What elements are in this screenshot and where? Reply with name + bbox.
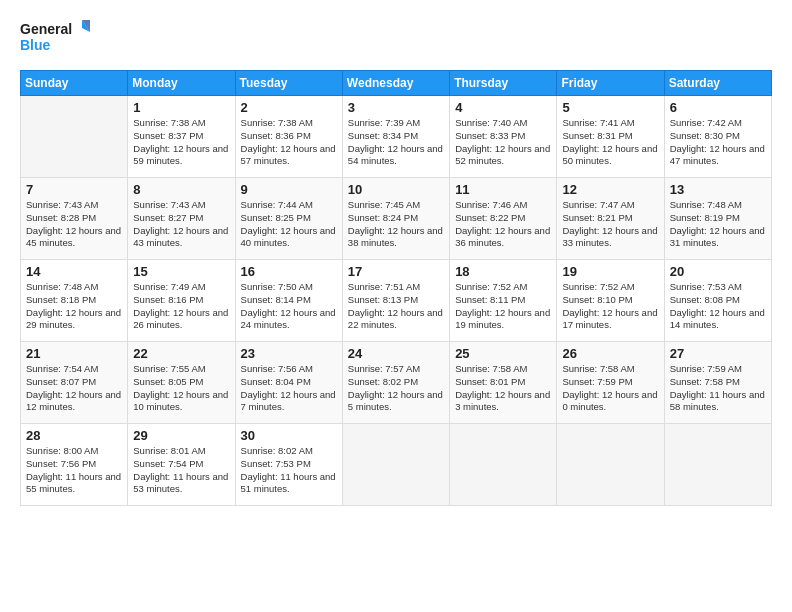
cell-info: Sunrise: 7:52 AM Sunset: 8:10 PM Dayligh…	[562, 281, 658, 332]
calendar-cell: 2Sunrise: 7:38 AM Sunset: 8:36 PM Daylig…	[235, 96, 342, 178]
calendar-cell: 19Sunrise: 7:52 AM Sunset: 8:10 PM Dayli…	[557, 260, 664, 342]
calendar-weekday-friday: Friday	[557, 71, 664, 96]
day-number: 30	[241, 428, 337, 443]
cell-info: Sunrise: 7:53 AM Sunset: 8:08 PM Dayligh…	[670, 281, 766, 332]
calendar: SundayMondayTuesdayWednesdayThursdayFrid…	[20, 70, 772, 506]
calendar-cell: 3Sunrise: 7:39 AM Sunset: 8:34 PM Daylig…	[342, 96, 449, 178]
calendar-cell: 9Sunrise: 7:44 AM Sunset: 8:25 PM Daylig…	[235, 178, 342, 260]
calendar-week-5: 28Sunrise: 8:00 AM Sunset: 7:56 PM Dayli…	[21, 424, 772, 506]
cell-info: Sunrise: 7:52 AM Sunset: 8:11 PM Dayligh…	[455, 281, 551, 332]
calendar-cell: 10Sunrise: 7:45 AM Sunset: 8:24 PM Dayli…	[342, 178, 449, 260]
day-number: 22	[133, 346, 229, 361]
day-number: 13	[670, 182, 766, 197]
calendar-cell: 25Sunrise: 7:58 AM Sunset: 8:01 PM Dayli…	[450, 342, 557, 424]
svg-text:General: General	[20, 21, 72, 37]
cell-info: Sunrise: 8:01 AM Sunset: 7:54 PM Dayligh…	[133, 445, 229, 496]
calendar-cell	[21, 96, 128, 178]
cell-info: Sunrise: 7:39 AM Sunset: 8:34 PM Dayligh…	[348, 117, 444, 168]
calendar-cell: 24Sunrise: 7:57 AM Sunset: 8:02 PM Dayli…	[342, 342, 449, 424]
calendar-cell	[450, 424, 557, 506]
calendar-cell	[664, 424, 771, 506]
calendar-cell: 11Sunrise: 7:46 AM Sunset: 8:22 PM Dayli…	[450, 178, 557, 260]
calendar-cell: 18Sunrise: 7:52 AM Sunset: 8:11 PM Dayli…	[450, 260, 557, 342]
calendar-cell: 28Sunrise: 8:00 AM Sunset: 7:56 PM Dayli…	[21, 424, 128, 506]
day-number: 9	[241, 182, 337, 197]
calendar-cell: 5Sunrise: 7:41 AM Sunset: 8:31 PM Daylig…	[557, 96, 664, 178]
logo-svg: General Blue	[20, 16, 90, 60]
cell-info: Sunrise: 7:51 AM Sunset: 8:13 PM Dayligh…	[348, 281, 444, 332]
cell-info: Sunrise: 7:45 AM Sunset: 8:24 PM Dayligh…	[348, 199, 444, 250]
calendar-cell: 21Sunrise: 7:54 AM Sunset: 8:07 PM Dayli…	[21, 342, 128, 424]
day-number: 26	[562, 346, 658, 361]
cell-info: Sunrise: 7:38 AM Sunset: 8:37 PM Dayligh…	[133, 117, 229, 168]
calendar-cell: 22Sunrise: 7:55 AM Sunset: 8:05 PM Dayli…	[128, 342, 235, 424]
calendar-header-row: SundayMondayTuesdayWednesdayThursdayFrid…	[21, 71, 772, 96]
calendar-cell: 1Sunrise: 7:38 AM Sunset: 8:37 PM Daylig…	[128, 96, 235, 178]
day-number: 20	[670, 264, 766, 279]
day-number: 1	[133, 100, 229, 115]
day-number: 2	[241, 100, 337, 115]
cell-info: Sunrise: 7:59 AM Sunset: 7:58 PM Dayligh…	[670, 363, 766, 414]
calendar-cell	[557, 424, 664, 506]
day-number: 19	[562, 264, 658, 279]
day-number: 10	[348, 182, 444, 197]
calendar-cell: 12Sunrise: 7:47 AM Sunset: 8:21 PM Dayli…	[557, 178, 664, 260]
calendar-cell: 29Sunrise: 8:01 AM Sunset: 7:54 PM Dayli…	[128, 424, 235, 506]
day-number: 28	[26, 428, 122, 443]
day-number: 27	[670, 346, 766, 361]
calendar-week-2: 7Sunrise: 7:43 AM Sunset: 8:28 PM Daylig…	[21, 178, 772, 260]
cell-info: Sunrise: 7:48 AM Sunset: 8:19 PM Dayligh…	[670, 199, 766, 250]
cell-info: Sunrise: 7:56 AM Sunset: 8:04 PM Dayligh…	[241, 363, 337, 414]
cell-info: Sunrise: 8:00 AM Sunset: 7:56 PM Dayligh…	[26, 445, 122, 496]
cell-info: Sunrise: 7:49 AM Sunset: 8:16 PM Dayligh…	[133, 281, 229, 332]
cell-info: Sunrise: 8:02 AM Sunset: 7:53 PM Dayligh…	[241, 445, 337, 496]
calendar-week-4: 21Sunrise: 7:54 AM Sunset: 8:07 PM Dayli…	[21, 342, 772, 424]
calendar-weekday-wednesday: Wednesday	[342, 71, 449, 96]
day-number: 12	[562, 182, 658, 197]
calendar-week-1: 1Sunrise: 7:38 AM Sunset: 8:37 PM Daylig…	[21, 96, 772, 178]
day-number: 5	[562, 100, 658, 115]
day-number: 24	[348, 346, 444, 361]
cell-info: Sunrise: 7:40 AM Sunset: 8:33 PM Dayligh…	[455, 117, 551, 168]
day-number: 8	[133, 182, 229, 197]
calendar-cell: 26Sunrise: 7:58 AM Sunset: 7:59 PM Dayli…	[557, 342, 664, 424]
cell-info: Sunrise: 7:58 AM Sunset: 7:59 PM Dayligh…	[562, 363, 658, 414]
calendar-cell	[342, 424, 449, 506]
calendar-weekday-thursday: Thursday	[450, 71, 557, 96]
cell-info: Sunrise: 7:38 AM Sunset: 8:36 PM Dayligh…	[241, 117, 337, 168]
page-header: General Blue	[20, 16, 772, 60]
calendar-cell: 8Sunrise: 7:43 AM Sunset: 8:27 PM Daylig…	[128, 178, 235, 260]
svg-text:Blue: Blue	[20, 37, 51, 53]
day-number: 25	[455, 346, 551, 361]
day-number: 18	[455, 264, 551, 279]
day-number: 4	[455, 100, 551, 115]
day-number: 16	[241, 264, 337, 279]
cell-info: Sunrise: 7:43 AM Sunset: 8:28 PM Dayligh…	[26, 199, 122, 250]
day-number: 15	[133, 264, 229, 279]
cell-info: Sunrise: 7:43 AM Sunset: 8:27 PM Dayligh…	[133, 199, 229, 250]
cell-info: Sunrise: 7:54 AM Sunset: 8:07 PM Dayligh…	[26, 363, 122, 414]
calendar-cell: 16Sunrise: 7:50 AM Sunset: 8:14 PM Dayli…	[235, 260, 342, 342]
calendar-weekday-monday: Monday	[128, 71, 235, 96]
day-number: 21	[26, 346, 122, 361]
logo: General Blue	[20, 16, 90, 60]
cell-info: Sunrise: 7:44 AM Sunset: 8:25 PM Dayligh…	[241, 199, 337, 250]
cell-info: Sunrise: 7:50 AM Sunset: 8:14 PM Dayligh…	[241, 281, 337, 332]
cell-info: Sunrise: 7:48 AM Sunset: 8:18 PM Dayligh…	[26, 281, 122, 332]
day-number: 3	[348, 100, 444, 115]
calendar-cell: 14Sunrise: 7:48 AM Sunset: 8:18 PM Dayli…	[21, 260, 128, 342]
calendar-cell: 17Sunrise: 7:51 AM Sunset: 8:13 PM Dayli…	[342, 260, 449, 342]
calendar-cell: 7Sunrise: 7:43 AM Sunset: 8:28 PM Daylig…	[21, 178, 128, 260]
cell-info: Sunrise: 7:46 AM Sunset: 8:22 PM Dayligh…	[455, 199, 551, 250]
day-number: 14	[26, 264, 122, 279]
calendar-cell: 6Sunrise: 7:42 AM Sunset: 8:30 PM Daylig…	[664, 96, 771, 178]
day-number: 7	[26, 182, 122, 197]
day-number: 23	[241, 346, 337, 361]
calendar-cell: 23Sunrise: 7:56 AM Sunset: 8:04 PM Dayli…	[235, 342, 342, 424]
calendar-cell: 30Sunrise: 8:02 AM Sunset: 7:53 PM Dayli…	[235, 424, 342, 506]
day-number: 17	[348, 264, 444, 279]
cell-info: Sunrise: 7:41 AM Sunset: 8:31 PM Dayligh…	[562, 117, 658, 168]
calendar-cell: 13Sunrise: 7:48 AM Sunset: 8:19 PM Dayli…	[664, 178, 771, 260]
cell-info: Sunrise: 7:42 AM Sunset: 8:30 PM Dayligh…	[670, 117, 766, 168]
calendar-cell: 20Sunrise: 7:53 AM Sunset: 8:08 PM Dayli…	[664, 260, 771, 342]
